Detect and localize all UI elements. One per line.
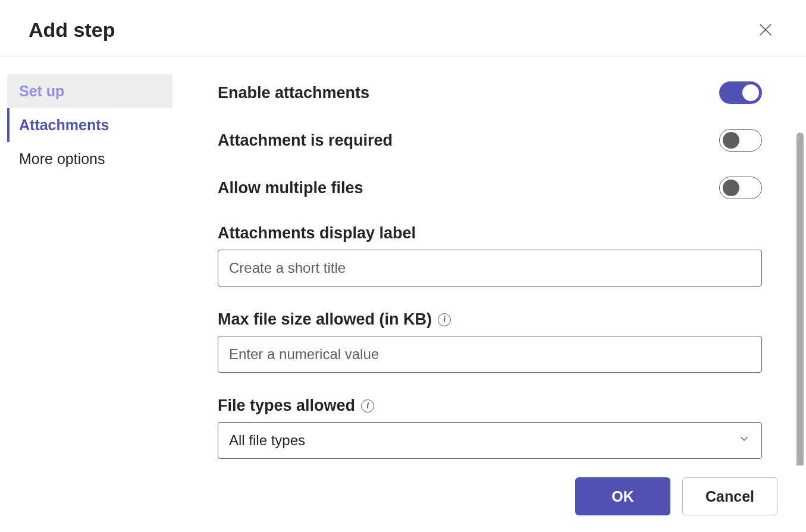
field-max-file-size: Max file size allowed (in KB) i bbox=[218, 310, 762, 373]
sidebar-item-label: More options bbox=[19, 150, 105, 167]
field-file-types: File types allowed i All file types bbox=[218, 396, 762, 459]
sidebar-item-more-options[interactable]: More options bbox=[7, 142, 173, 176]
close-button[interactable] bbox=[754, 18, 777, 42]
label-file-types: File types allowed i bbox=[218, 396, 762, 415]
field-display-label: Attachments display label bbox=[218, 224, 762, 287]
toggle-attachment-required[interactable] bbox=[719, 129, 762, 152]
label-display-label: Attachments display label bbox=[218, 224, 762, 243]
dialog-body: Set up Attachments More options Enable a… bbox=[0, 56, 806, 465]
label-text: Max file size allowed (in KB) bbox=[218, 310, 432, 329]
select-value: All file types bbox=[229, 432, 305, 449]
sidebar-item-label: Set up bbox=[19, 83, 64, 99]
sidebar: Set up Attachments More options bbox=[0, 56, 173, 465]
row-enable-attachments: Enable attachments bbox=[218, 81, 762, 104]
toggle-knob bbox=[723, 132, 739, 149]
toggle-knob bbox=[723, 180, 739, 196]
button-label: Cancel bbox=[705, 488, 754, 505]
toggle-allow-multiple[interactable] bbox=[719, 177, 762, 199]
toggle-knob bbox=[742, 84, 759, 101]
button-label: OK bbox=[611, 488, 634, 505]
toggle-enable-attachments[interactable] bbox=[719, 81, 762, 104]
info-icon[interactable]: i bbox=[438, 313, 451, 326]
dialog-footer: OK Cancel bbox=[0, 465, 806, 532]
sidebar-item-setup[interactable]: Set up bbox=[7, 74, 173, 108]
info-icon[interactable]: i bbox=[361, 399, 374, 413]
sidebar-item-label: Attachments bbox=[19, 117, 109, 133]
label-enable-attachments: Enable attachments bbox=[218, 84, 369, 102]
row-allow-multiple: Allow multiple files bbox=[218, 177, 762, 199]
ok-button[interactable]: OK bbox=[575, 477, 670, 515]
label-max-file-size: Max file size allowed (in KB) i bbox=[218, 310, 762, 329]
label-allow-multiple: Allow multiple files bbox=[218, 179, 363, 197]
dialog-title: Add step bbox=[29, 18, 115, 42]
select-file-types[interactable]: All file types bbox=[218, 422, 762, 459]
close-icon bbox=[757, 21, 774, 38]
cancel-button[interactable]: Cancel bbox=[682, 477, 777, 515]
scrollbar[interactable] bbox=[796, 133, 804, 465]
main-panel: Enable attachments Attachment is require… bbox=[173, 56, 806, 465]
label-text: File types allowed bbox=[218, 396, 355, 415]
input-max-file-size[interactable] bbox=[218, 336, 762, 373]
input-display-label[interactable] bbox=[218, 250, 762, 287]
add-step-dialog: Add step Set up Attachments More options… bbox=[0, 0, 806, 532]
dialog-header: Add step bbox=[0, 0, 806, 56]
chevron-down-icon bbox=[738, 432, 751, 449]
sidebar-item-attachments[interactable]: Attachments bbox=[7, 108, 173, 142]
label-attachment-required: Attachment is required bbox=[218, 131, 393, 150]
row-attachment-required: Attachment is required bbox=[218, 129, 762, 152]
